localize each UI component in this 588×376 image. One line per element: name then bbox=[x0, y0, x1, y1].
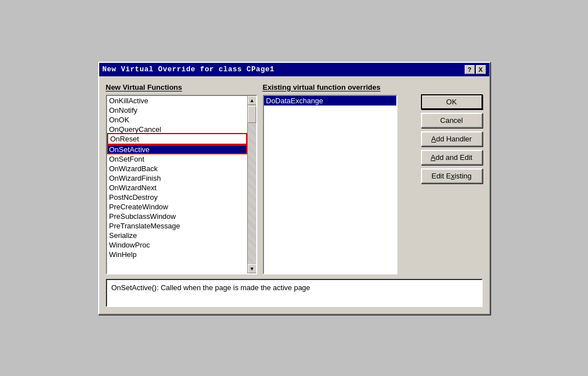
list-item[interactable]: PostNcDestroy bbox=[107, 192, 247, 202]
title-bar: New Virtual Override for class CPage1 ? … bbox=[99, 63, 489, 76]
existing-overrides-label: Existing virtual function overrides bbox=[263, 83, 415, 91]
add-and-edit-button[interactable]: Add and Edit bbox=[421, 150, 483, 165]
existing-list-content: DoDataExchange bbox=[264, 96, 396, 273]
new-functions-label-text: New Virtual Functions bbox=[106, 83, 182, 91]
existing-overrides-panel: Existing virtual function overrides DoDa… bbox=[263, 83, 415, 274]
list-item[interactable]: OnWizardBack bbox=[107, 164, 247, 173]
list-item[interactable]: Serialize bbox=[107, 231, 247, 240]
list-item[interactable]: WinHelp bbox=[107, 250, 247, 259]
list-item[interactable]: WindowProc bbox=[107, 240, 247, 250]
list-item[interactable]: OnSetActive bbox=[107, 145, 247, 154]
list-item[interactable]: OnWizardFinish bbox=[107, 173, 247, 183]
list-item[interactable]: OnKillActive bbox=[107, 96, 247, 106]
ok-button[interactable]: OK bbox=[421, 94, 483, 109]
title-bar-buttons: ? X bbox=[465, 65, 486, 74]
dialog-body: New Virtual Functions OnKillActiveOnNoti… bbox=[99, 76, 489, 314]
existing-overrides-label-text: Existing virtual function overrides bbox=[263, 83, 381, 91]
new-functions-label: New Virtual Functions bbox=[106, 83, 257, 91]
scroll-thumb[interactable] bbox=[248, 106, 256, 123]
new-functions-list-content: OnKillActiveOnNotifyOnOKOnQueryCancelOnR… bbox=[107, 96, 247, 273]
list-item[interactable]: OnWizardNext bbox=[107, 183, 247, 192]
add-handler-button[interactable]: Add Handler bbox=[421, 131, 483, 146]
list-item[interactable]: PreCreateWindow bbox=[107, 202, 247, 212]
list-item[interactable]: OnSetFont bbox=[107, 154, 247, 164]
scroll-up-btn[interactable]: ▲ bbox=[248, 96, 257, 105]
cancel-button[interactable]: Cancel bbox=[421, 113, 483, 128]
new-functions-panel: New Virtual Functions OnKillActiveOnNoti… bbox=[106, 83, 257, 274]
list-item[interactable]: OnNotify bbox=[107, 106, 247, 115]
existing-overrides-listbox[interactable]: DoDataExchange bbox=[263, 95, 397, 274]
new-functions-listbox[interactable]: OnKillActiveOnNotifyOnOKOnQueryCancelOnR… bbox=[106, 95, 257, 274]
new-functions-scrollbar: ▲ ▼ bbox=[247, 96, 256, 273]
list-item[interactable]: PreSubclassWindow bbox=[107, 212, 247, 221]
list-item[interactable]: OnOK bbox=[107, 115, 247, 125]
title-bar-text: New Virtual Override for class CPage1 bbox=[103, 65, 275, 74]
main-row: New Virtual Functions OnKillActiveOnNoti… bbox=[106, 83, 483, 274]
buttons-column: OK Cancel Add Handler Add and Edit Edit … bbox=[421, 83, 483, 274]
help-button[interactable]: ? bbox=[465, 65, 475, 74]
scroll-down-btn[interactable]: ▼ bbox=[248, 264, 257, 273]
edit-existing-button[interactable]: Edit Existing bbox=[421, 168, 483, 184]
list-item[interactable]: OnReset bbox=[107, 133, 247, 145]
list-item[interactable]: DoDataExchange bbox=[264, 96, 396, 106]
list-item[interactable]: PreTranslateMessage bbox=[107, 221, 247, 231]
close-button[interactable]: X bbox=[476, 65, 486, 74]
description-box: OnSetActive(): Called when the page is m… bbox=[106, 279, 483, 307]
description-text: OnSetActive(): Called when the page is m… bbox=[112, 283, 311, 292]
scroll-track[interactable] bbox=[248, 105, 256, 264]
dialog-window: New Virtual Override for class CPage1 ? … bbox=[98, 62, 490, 315]
